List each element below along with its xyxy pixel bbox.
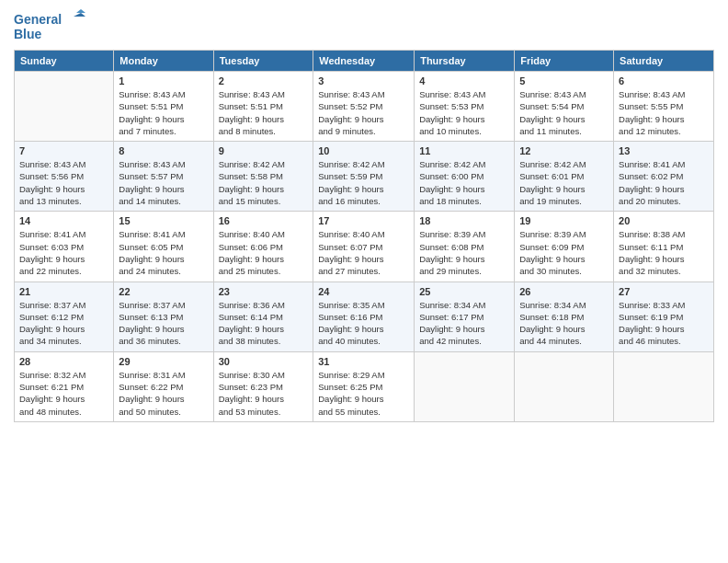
calendar-cell: 3Sunrise: 8:43 AM Sunset: 5:52 PM Daylig… bbox=[313, 72, 415, 142]
day-info: Sunrise: 8:31 AM Sunset: 6:22 PM Dayligh… bbox=[119, 369, 208, 418]
calendar-cell: 11Sunrise: 8:42 AM Sunset: 6:00 PM Dayli… bbox=[415, 142, 515, 212]
day-info: Sunrise: 8:34 AM Sunset: 6:17 PM Dayligh… bbox=[419, 299, 509, 348]
day-info: Sunrise: 8:43 AM Sunset: 5:51 PM Dayligh… bbox=[119, 88, 208, 137]
day-number: 13 bbox=[619, 145, 709, 156]
calendar-cell: 17Sunrise: 8:40 AM Sunset: 6:07 PM Dayli… bbox=[313, 212, 415, 282]
calendar-table: SundayMondayTuesdayWednesdayThursdayFrid… bbox=[14, 50, 714, 422]
calendar-body: 1Sunrise: 8:43 AM Sunset: 5:51 PM Daylig… bbox=[15, 72, 714, 422]
day-info: Sunrise: 8:39 AM Sunset: 6:08 PM Dayligh… bbox=[419, 228, 509, 277]
svg-text:Blue: Blue bbox=[14, 27, 42, 41]
weekday-label: Wednesday bbox=[313, 51, 415, 72]
day-number: 6 bbox=[619, 75, 709, 86]
day-number: 9 bbox=[219, 145, 309, 156]
day-info: Sunrise: 8:43 AM Sunset: 5:52 PM Dayligh… bbox=[318, 88, 409, 137]
calendar-week-row: 7Sunrise: 8:43 AM Sunset: 5:56 PM Daylig… bbox=[15, 142, 714, 212]
day-info: Sunrise: 8:43 AM Sunset: 5:55 PM Dayligh… bbox=[619, 88, 709, 137]
calendar-cell bbox=[415, 351, 515, 421]
day-number: 7 bbox=[19, 145, 108, 156]
day-number: 26 bbox=[519, 286, 609, 297]
day-number: 11 bbox=[419, 145, 509, 156]
day-info: Sunrise: 8:40 AM Sunset: 6:07 PM Dayligh… bbox=[318, 228, 409, 277]
day-info: Sunrise: 8:34 AM Sunset: 6:18 PM Dayligh… bbox=[519, 299, 609, 348]
calendar-cell: 13Sunrise: 8:41 AM Sunset: 6:02 PM Dayli… bbox=[614, 142, 714, 212]
day-number: 8 bbox=[119, 145, 208, 156]
day-number: 4 bbox=[419, 75, 509, 86]
day-info: Sunrise: 8:39 AM Sunset: 6:09 PM Dayligh… bbox=[519, 228, 609, 277]
calendar-cell: 12Sunrise: 8:42 AM Sunset: 6:01 PM Dayli… bbox=[515, 142, 614, 212]
calendar-week-row: 28Sunrise: 8:32 AM Sunset: 6:21 PM Dayli… bbox=[15, 351, 714, 421]
weekday-label: Tuesday bbox=[213, 51, 313, 72]
day-number: 31 bbox=[318, 356, 409, 367]
day-info: Sunrise: 8:38 AM Sunset: 6:11 PM Dayligh… bbox=[619, 228, 709, 277]
calendar-cell: 15Sunrise: 8:41 AM Sunset: 6:05 PM Dayli… bbox=[114, 212, 213, 282]
calendar-cell: 26Sunrise: 8:34 AM Sunset: 6:18 PM Dayli… bbox=[515, 282, 614, 351]
calendar-cell: 16Sunrise: 8:40 AM Sunset: 6:06 PM Dayli… bbox=[213, 212, 313, 282]
day-number: 17 bbox=[318, 215, 409, 226]
calendar-cell bbox=[515, 351, 614, 421]
calendar-cell: 28Sunrise: 8:32 AM Sunset: 6:21 PM Dayli… bbox=[15, 351, 114, 421]
day-number: 16 bbox=[219, 215, 309, 226]
weekday-label: Friday bbox=[515, 51, 614, 72]
calendar-cell: 25Sunrise: 8:34 AM Sunset: 6:17 PM Dayli… bbox=[415, 282, 515, 351]
calendar-cell: 20Sunrise: 8:38 AM Sunset: 6:11 PM Dayli… bbox=[614, 212, 714, 282]
day-number: 22 bbox=[119, 286, 208, 297]
calendar-cell: 4Sunrise: 8:43 AM Sunset: 5:53 PM Daylig… bbox=[415, 72, 515, 142]
page-header: General Blue bbox=[14, 9, 714, 42]
weekday-label: Monday bbox=[114, 51, 213, 72]
day-number: 10 bbox=[318, 145, 409, 156]
day-number: 24 bbox=[318, 286, 409, 297]
calendar-cell: 1Sunrise: 8:43 AM Sunset: 5:51 PM Daylig… bbox=[114, 72, 213, 142]
calendar-week-row: 21Sunrise: 8:37 AM Sunset: 6:12 PM Dayli… bbox=[15, 282, 714, 351]
calendar-cell: 30Sunrise: 8:30 AM Sunset: 6:23 PM Dayli… bbox=[213, 351, 313, 421]
day-number: 3 bbox=[318, 75, 409, 86]
day-info: Sunrise: 8:30 AM Sunset: 6:23 PM Dayligh… bbox=[219, 369, 309, 418]
calendar-cell: 29Sunrise: 8:31 AM Sunset: 6:22 PM Dayli… bbox=[114, 351, 213, 421]
calendar-cell: 31Sunrise: 8:29 AM Sunset: 6:25 PM Dayli… bbox=[313, 351, 415, 421]
day-number: 25 bbox=[419, 286, 509, 297]
day-info: Sunrise: 8:43 AM Sunset: 5:53 PM Dayligh… bbox=[419, 88, 509, 137]
day-number: 29 bbox=[119, 356, 208, 367]
weekday-label: Sunday bbox=[15, 51, 114, 72]
day-number: 21 bbox=[19, 286, 108, 297]
day-number: 5 bbox=[519, 75, 609, 86]
calendar-week-row: 1Sunrise: 8:43 AM Sunset: 5:51 PM Daylig… bbox=[15, 72, 714, 142]
calendar-cell: 8Sunrise: 8:43 AM Sunset: 5:57 PM Daylig… bbox=[114, 142, 213, 212]
day-info: Sunrise: 8:40 AM Sunset: 6:06 PM Dayligh… bbox=[219, 228, 309, 277]
day-info: Sunrise: 8:36 AM Sunset: 6:14 PM Dayligh… bbox=[219, 299, 309, 348]
day-info: Sunrise: 8:42 AM Sunset: 5:58 PM Dayligh… bbox=[219, 158, 309, 207]
day-info: Sunrise: 8:43 AM Sunset: 5:56 PM Dayligh… bbox=[19, 158, 108, 207]
calendar-week-row: 14Sunrise: 8:41 AM Sunset: 6:03 PM Dayli… bbox=[15, 212, 714, 282]
day-number: 28 bbox=[19, 356, 108, 367]
day-info: Sunrise: 8:43 AM Sunset: 5:51 PM Dayligh… bbox=[219, 88, 309, 137]
day-info: Sunrise: 8:43 AM Sunset: 5:54 PM Dayligh… bbox=[519, 88, 609, 137]
calendar-cell: 5Sunrise: 8:43 AM Sunset: 5:54 PM Daylig… bbox=[515, 72, 614, 142]
day-info: Sunrise: 8:42 AM Sunset: 5:59 PM Dayligh… bbox=[318, 158, 409, 207]
day-info: Sunrise: 8:41 AM Sunset: 6:02 PM Dayligh… bbox=[619, 158, 709, 207]
calendar-cell: 24Sunrise: 8:35 AM Sunset: 6:16 PM Dayli… bbox=[313, 282, 415, 351]
calendar-cell: 18Sunrise: 8:39 AM Sunset: 6:08 PM Dayli… bbox=[415, 212, 515, 282]
day-info: Sunrise: 8:37 AM Sunset: 6:13 PM Dayligh… bbox=[119, 299, 208, 348]
day-number: 20 bbox=[619, 215, 709, 226]
calendar-cell: 21Sunrise: 8:37 AM Sunset: 6:12 PM Dayli… bbox=[15, 282, 114, 351]
day-number: 27 bbox=[619, 286, 709, 297]
calendar-cell: 14Sunrise: 8:41 AM Sunset: 6:03 PM Dayli… bbox=[15, 212, 114, 282]
calendar-cell: 23Sunrise: 8:36 AM Sunset: 6:14 PM Dayli… bbox=[213, 282, 313, 351]
svg-marker-2 bbox=[76, 9, 85, 13]
day-number: 12 bbox=[519, 145, 609, 156]
day-info: Sunrise: 8:41 AM Sunset: 6:05 PM Dayligh… bbox=[119, 228, 208, 277]
logo-svg: General Blue bbox=[14, 9, 87, 42]
day-number: 1 bbox=[119, 75, 208, 86]
day-info: Sunrise: 8:42 AM Sunset: 6:01 PM Dayligh… bbox=[519, 158, 609, 207]
calendar-cell: 27Sunrise: 8:33 AM Sunset: 6:19 PM Dayli… bbox=[614, 282, 714, 351]
day-number: 14 bbox=[19, 215, 108, 226]
day-number: 23 bbox=[219, 286, 309, 297]
day-info: Sunrise: 8:37 AM Sunset: 6:12 PM Dayligh… bbox=[19, 299, 108, 348]
day-number: 30 bbox=[219, 356, 309, 367]
weekday-header-row: SundayMondayTuesdayWednesdayThursdayFrid… bbox=[15, 51, 714, 72]
calendar-cell: 7Sunrise: 8:43 AM Sunset: 5:56 PM Daylig… bbox=[15, 142, 114, 212]
svg-text:General: General bbox=[14, 12, 62, 27]
logo: General Blue bbox=[14, 9, 87, 42]
day-number: 15 bbox=[119, 215, 208, 226]
day-number: 18 bbox=[419, 215, 509, 226]
calendar-cell: 9Sunrise: 8:42 AM Sunset: 5:58 PM Daylig… bbox=[213, 142, 313, 212]
